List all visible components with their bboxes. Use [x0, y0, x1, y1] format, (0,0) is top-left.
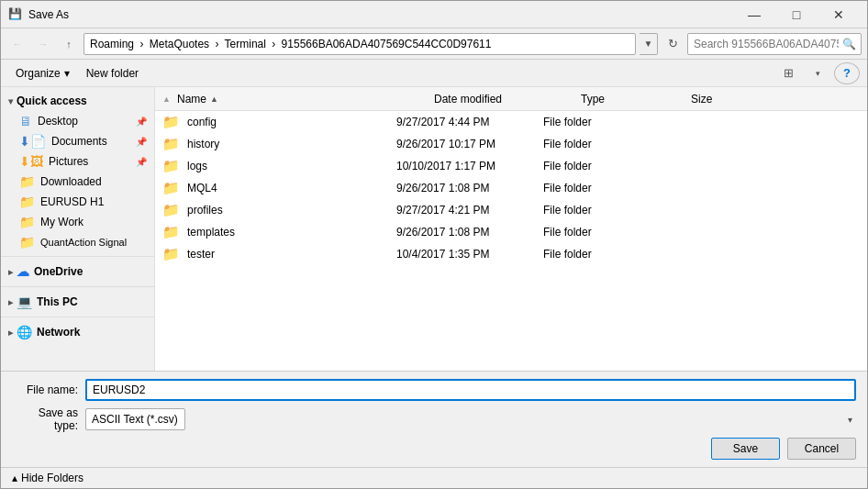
filename-input[interactable] — [85, 379, 856, 401]
view-arrow-button[interactable]: ▾ — [805, 62, 830, 84]
hide-folders-chevron: ▴ — [12, 472, 17, 484]
close-button[interactable]: ✕ — [818, 1, 860, 28]
onedrive-icon: ☁ — [17, 264, 29, 279]
main-content: ▾ Quick access 🖥 Desktop 📌 ⬇📄 Documents … — [1, 87, 867, 371]
column-name[interactable]: Name ▲ — [177, 93, 434, 106]
search-wrapper: 🔍 — [687, 33, 862, 55]
sidebar-item-label-downloaded: Downloaded — [40, 175, 102, 188]
eurusd-folder-icon: 📁 — [19, 194, 35, 209]
file-name-cell: 📁 profiles — [162, 202, 396, 218]
organize-button[interactable]: Organize ▾ — [8, 62, 77, 84]
select-arrow-icon: ▾ — [848, 415, 852, 425]
folder-icon: 📁 — [162, 246, 180, 262]
sidebar-section-network[interactable]: ▸ 🌐 Network — [1, 321, 154, 343]
breadcrumb-dropdown[interactable]: ▼ — [640, 33, 658, 55]
folder-icon: 📁 — [162, 202, 180, 218]
column-type[interactable]: Type — [581, 93, 691, 106]
sidebar-item-label-desktop: Desktop — [38, 115, 78, 128]
sidebar-item-label-mywork: My Work — [40, 216, 83, 228]
thispc-chevron: ▸ — [8, 297, 13, 307]
file-type-cell: File folder — [543, 204, 653, 217]
quantaction-folder-icon: 📁 — [19, 235, 35, 250]
file-name-cell: 📁 MQL4 — [162, 180, 396, 196]
folder-icon: 📁 — [162, 180, 180, 196]
file-list: ▲ Name ▲ Date modified Type Size 📁 — [155, 87, 867, 371]
sidebar-item-desktop[interactable]: 🖥 Desktop 📌 — [1, 111, 154, 131]
file-date-cell: 9/27/2017 4:44 PM — [396, 116, 543, 128]
search-input[interactable] — [687, 33, 862, 55]
table-row[interactable]: 📁 tester 10/4/2017 1:35 PM File folder — [155, 243, 867, 265]
sidebar-item-label-pictures: Pictures — [49, 155, 88, 168]
file-date-cell: 10/10/2017 1:17 PM — [396, 160, 543, 172]
onedrive-chevron: ▸ — [8, 267, 13, 277]
thispc-label: This PC — [37, 295, 78, 308]
button-row: Save Cancel — [12, 438, 856, 460]
downloaded-folder-icon: 📁 — [19, 174, 35, 189]
network-label: Network — [37, 326, 80, 339]
table-row[interactable]: 📁 templates 9/26/2017 1:08 PM File folde… — [155, 221, 867, 243]
table-row[interactable]: 📁 profiles 9/27/2017 4:21 PM File folder — [155, 199, 867, 221]
back-button[interactable]: ← — [6, 33, 28, 55]
cancel-button[interactable]: Cancel — [787, 438, 856, 460]
hide-folders-label[interactable]: Hide Folders — [21, 472, 83, 484]
file-date-cell: 9/27/2017 4:21 PM — [396, 204, 543, 217]
up-button[interactable]: ↑ — [58, 33, 80, 55]
save-as-dialog: 💾 Save As — □ ✕ ← → ↑ Roaming › MetaQuot… — [0, 0, 868, 489]
view-button[interactable]: ⊞ — [775, 62, 801, 84]
sidebar-item-quantaction[interactable]: 📁 QuantAction Signal — [1, 232, 154, 252]
savetype-row: Save as type: ASCII Text (*.csv) CSV (*.… — [12, 406, 856, 432]
file-name-cell: 📁 tester — [162, 246, 396, 262]
sidebar: ▾ Quick access 🖥 Desktop 📌 ⬇📄 Documents … — [1, 87, 155, 371]
savetype-select[interactable]: ASCII Text (*.csv) CSV (*.csv) Text (*.t… — [85, 408, 185, 430]
titlebar: 💾 Save As — □ ✕ — [1, 1, 867, 28]
breadcrumb: Roaming › MetaQuotes › Terminal › 915566… — [90, 38, 491, 50]
sidebar-section-thispc[interactable]: ▸ 💻 This PC — [1, 291, 154, 313]
sidebar-item-my-work[interactable]: 📁 My Work — [1, 212, 154, 232]
sidebar-item-pictures[interactable]: ⬇🖼 Pictures 📌 — [1, 151, 154, 172]
maximize-button[interactable]: □ — [775, 1, 818, 28]
save-button[interactable]: Save — [711, 438, 780, 460]
column-size[interactable]: Size — [691, 93, 764, 106]
titlebar-controls: — □ ✕ — [733, 1, 860, 28]
file-name-cell: 📁 logs — [162, 158, 396, 174]
pin-icon-pics: 📌 — [136, 157, 147, 167]
file-type-cell: File folder — [543, 226, 653, 239]
refresh-button[interactable]: ↻ — [662, 33, 684, 55]
file-type-cell: File folder — [543, 160, 653, 172]
documents-icon: ⬇📄 — [19, 134, 46, 149]
table-row[interactable]: 📁 MQL4 9/26/2017 1:08 PM File folder — [155, 177, 867, 199]
table-row[interactable]: 📁 config 9/27/2017 4:44 PM File folder — [155, 111, 867, 133]
sidebar-item-label-documents: Documents — [51, 135, 107, 148]
sidebar-section-quick-access[interactable]: ▾ Quick access — [1, 91, 154, 111]
address-bar: ← → ↑ Roaming › MetaQuotes › Terminal › … — [1, 28, 867, 60]
sidebar-item-downloaded[interactable]: 📁 Downloaded — [1, 172, 154, 192]
file-type-cell: File folder — [543, 138, 653, 150]
forward-button[interactable]: → — [32, 33, 54, 55]
table-row[interactable]: 📁 logs 10/10/2017 1:17 PM File folder — [155, 155, 867, 177]
filename-row: File name: — [12, 379, 856, 401]
minimize-button[interactable]: — — [733, 1, 775, 28]
file-date-cell: 9/26/2017 10:17 PM — [396, 138, 543, 150]
file-type-cell: File folder — [543, 116, 653, 128]
sidebar-item-label-eurusd: EURUSD H1 — [40, 195, 104, 208]
pc-icon: 💻 — [17, 295, 32, 309]
help-button[interactable]: ? — [834, 62, 860, 84]
network-chevron: ▸ — [8, 328, 13, 338]
breadcrumb-bar[interactable]: Roaming › MetaQuotes › Terminal › 915566… — [83, 33, 636, 55]
hide-folders-row[interactable]: ▴ Hide Folders — [1, 467, 867, 488]
column-date[interactable]: Date modified — [434, 93, 581, 106]
quick-access-chevron: ▾ — [8, 96, 13, 106]
file-name-cell: 📁 templates — [162, 224, 396, 240]
sidebar-item-eurusd[interactable]: 📁 EURUSD H1 — [1, 192, 154, 212]
savetype-select-wrapper: ASCII Text (*.csv) CSV (*.csv) Text (*.t… — [85, 408, 856, 430]
sidebar-item-documents[interactable]: ⬇📄 Documents 📌 — [1, 131, 154, 151]
new-folder-button[interactable]: New folder — [79, 62, 146, 84]
file-date-cell: 9/26/2017 1:08 PM — [396, 226, 543, 239]
sidebar-section-onedrive[interactable]: ▸ ☁ OneDrive — [1, 261, 154, 283]
bottom-area: File name: Save as type: ASCII Text (*.c… — [1, 371, 867, 467]
sort-spacer: ▲ — [162, 94, 173, 104]
window-icon: 💾 — [8, 7, 23, 22]
file-name-cell: 📁 config — [162, 114, 396, 130]
file-list-header: ▲ Name ▲ Date modified Type Size — [155, 87, 867, 111]
table-row[interactable]: 📁 history 9/26/2017 10:17 PM File folder — [155, 133, 867, 155]
